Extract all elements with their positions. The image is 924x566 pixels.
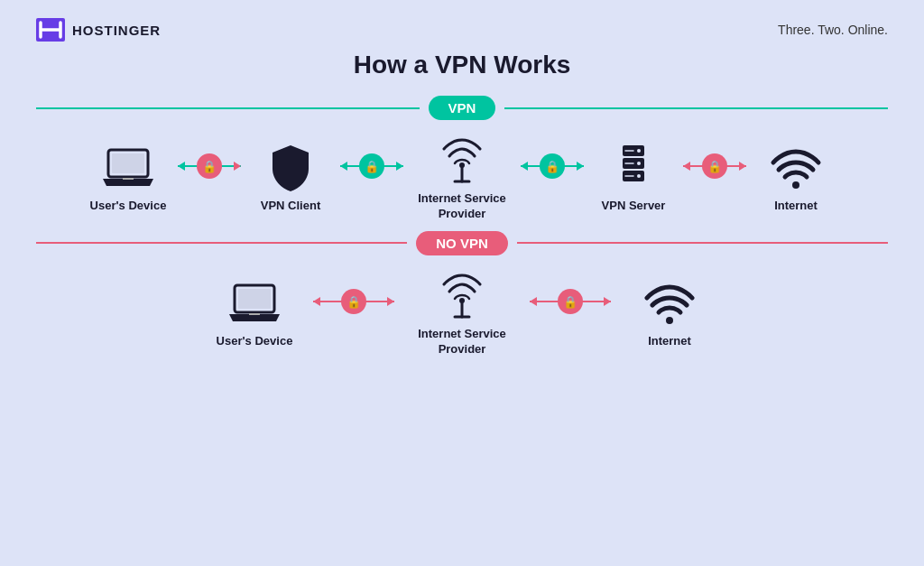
novpn-flow-row: User's Device 🔒 — [36, 272, 888, 357]
svg-marker-10 — [521, 162, 528, 171]
svg-point-23 — [792, 181, 799, 189]
vpn-server-label: VPN Server — [602, 199, 666, 214]
svg-rect-2 — [112, 153, 144, 173]
svg-point-15 — [637, 149, 641, 153]
svg-marker-11 — [577, 162, 584, 171]
header: HOSTINGER Three. Two. Online. — [36, 18, 888, 42]
novpn-arrow-1: 🔒 — [313, 289, 394, 314]
hostinger-logo-icon — [36, 18, 65, 42]
novpn-divider: NO VPN — [36, 231, 888, 255]
tagline: Three. Two. Online. — [778, 23, 888, 37]
vpn-users-device-label: User's Device — [90, 199, 167, 214]
vpn-badge: VPN — [429, 96, 496, 120]
novpn-divider-line-left — [36, 242, 407, 244]
vpn-arrow-2: 🔒 — [340, 153, 403, 179]
shield-icon — [263, 144, 318, 193]
main-title: How a VPN Works — [36, 51, 888, 79]
novpn-users-device-label: User's Device — [217, 334, 293, 349]
svg-marker-28 — [387, 297, 394, 306]
svg-marker-21 — [683, 162, 690, 171]
vpn-arrow-4: 🔒 — [683, 153, 746, 179]
vpn-users-device: User's Device — [79, 144, 178, 214]
novpn-isp: Internet Service Provider — [394, 272, 530, 357]
vpn-divider-line-left — [36, 107, 420, 109]
vpn-client: VPN Client — [241, 144, 340, 214]
svg-marker-6 — [340, 162, 347, 171]
vpn-internet-label: Internet — [774, 199, 818, 214]
svg-rect-25 — [238, 289, 271, 309]
vpn-divider: VPN — [36, 96, 888, 120]
page: HOSTINGER Three. Two. Online. How a VPN … — [0, 0, 924, 566]
svg-marker-22 — [739, 162, 746, 171]
svg-marker-4 — [178, 162, 185, 171]
vpn-isp-label: Internet Service Provider — [403, 191, 521, 222]
svg-marker-32 — [604, 297, 611, 306]
novpn-internet-label: Internet — [648, 334, 691, 349]
vpn-client-label: VPN Client — [261, 199, 320, 214]
vpn-server: VPN Server — [584, 144, 683, 214]
novpn-arrow-2: 🔒 — [530, 289, 611, 314]
novpn-divider-line-right — [517, 242, 888, 244]
novpn-users-device: User's Device — [196, 279, 313, 349]
novpn-internet: Internet — [611, 279, 728, 349]
wifi-icon-novpn — [642, 279, 697, 329]
svg-marker-31 — [530, 297, 537, 306]
vpn-internet: Internet — [746, 144, 845, 214]
svg-point-17 — [637, 174, 641, 178]
logo-text: HOSTINGER — [72, 23, 161, 38]
laptop-icon-novpn — [227, 279, 282, 329]
svg-point-33 — [666, 317, 673, 324]
novpn-badge: NO VPN — [416, 231, 508, 255]
vpn-flow-row: User's Device 🔒 — [36, 136, 888, 222]
antenna-icon-novpn — [435, 272, 489, 321]
vpn-divider-line-right — [504, 107, 888, 109]
svg-marker-27 — [313, 297, 320, 306]
vpn-section: VPN User's Device — [36, 96, 888, 222]
server-icon — [606, 144, 661, 193]
vpn-isp: Internet Service Provider — [403, 136, 521, 222]
novpn-section: NO VPN User's Device — [36, 231, 888, 357]
vpn-arrow-3: 🔒 — [521, 153, 584, 179]
svg-marker-5 — [234, 162, 241, 171]
laptop-icon — [101, 144, 155, 193]
svg-point-16 — [637, 162, 641, 165]
wifi-icon-vpn — [769, 144, 823, 193]
novpn-isp-label: Internet Service Provider — [394, 327, 530, 357]
svg-point-29 — [459, 298, 465, 303]
svg-marker-7 — [396, 162, 403, 171]
vpn-arrow-1: 🔒 — [178, 153, 241, 179]
logo: HOSTINGER — [36, 18, 161, 42]
svg-point-8 — [459, 162, 465, 168]
antenna-icon — [435, 136, 489, 186]
